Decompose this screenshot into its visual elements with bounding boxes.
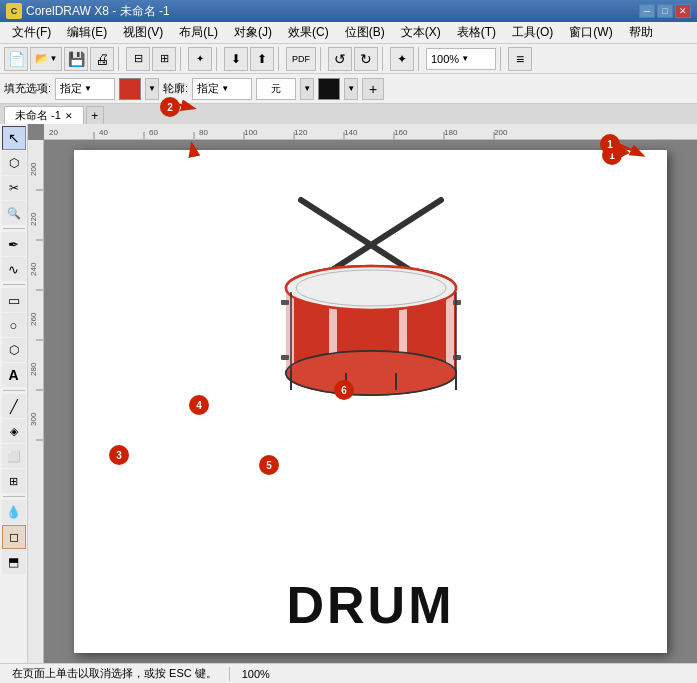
ellipse-tool-button[interactable]: ○ (2, 313, 26, 337)
ruler-horizontal: /* ticks drawn inline below */ 20 40 60 … (44, 124, 697, 140)
text-tool-button[interactable]: A (2, 363, 26, 387)
save-button[interactable]: 💾 (64, 47, 88, 71)
status-sep1 (229, 667, 230, 681)
fill-value: 指定 (60, 81, 82, 96)
polygon-tool-button[interactable]: ⬡ (2, 338, 26, 362)
fill-select[interactable]: 指定 ▼ (55, 78, 115, 100)
shape-edit-button[interactable]: ⬡ (2, 151, 26, 175)
interact-tool-button[interactable]: ⬜ (2, 444, 26, 468)
smart-fill-button[interactable]: ◈ (2, 419, 26, 443)
menu-file[interactable]: 文件(F) (4, 22, 59, 43)
canvas-area[interactable]: DRUM 1 3 4 5 6 (44, 140, 697, 663)
outline-select[interactable]: 指定 ▼ (192, 78, 252, 100)
line-tool-button[interactable]: ╱ (2, 394, 26, 418)
pen-tool-button[interactable]: ✒ (2, 232, 26, 256)
menu-object[interactable]: 对象(J) (226, 22, 280, 43)
ruler-h-ticks: /* ticks drawn inline below */ 20 40 60 … (44, 124, 697, 140)
annotation-3: 3 (109, 445, 129, 465)
export-button[interactable]: ⊞ (152, 47, 176, 71)
menu-effects[interactable]: 效果(C) (280, 22, 337, 43)
toolbar-sep8 (500, 47, 504, 71)
select-tool-button[interactable]: ↖ (2, 126, 26, 150)
svg-rect-0 (44, 124, 697, 140)
menu-table[interactable]: 表格(T) (449, 22, 504, 43)
svg-rect-50 (281, 300, 289, 305)
canvas-wrapper[interactable]: /* ticks drawn inline below */ 20 40 60 … (28, 124, 697, 663)
zoom-dropdown[interactable]: 100% ▼ (426, 48, 496, 70)
menu-bar: 文件(F) 编辑(E) 视图(V) 布局(L) 对象(J) 效果(C) 位图(B… (0, 22, 697, 44)
svg-text:40: 40 (99, 128, 108, 137)
svg-rect-52 (453, 300, 461, 305)
title-bar: C CorelDRAW X8 - 未命名 -1 ─ □ ✕ (0, 0, 697, 22)
svg-text:220: 220 (29, 212, 38, 226)
toolbar-sep1 (118, 47, 122, 71)
svg-rect-53 (453, 355, 461, 360)
menu-view[interactable]: 视图(V) (115, 22, 171, 43)
maximize-button[interactable]: □ (657, 4, 673, 18)
tool-sep1 (3, 228, 25, 229)
menu-edit[interactable]: 编辑(E) (59, 22, 115, 43)
menu-layout[interactable]: 布局(L) (171, 22, 226, 43)
new-doc-button[interactable]: 📄 (4, 47, 28, 71)
document-tab-active[interactable]: 未命名 -1 ✕ (4, 106, 84, 124)
zoom-tool-button[interactable]: 🔍 (2, 201, 26, 225)
tab-row: 未命名 -1 ✕ + (0, 104, 697, 124)
minimize-button[interactable]: ─ (639, 4, 655, 18)
redo-button[interactable]: ↻ (354, 47, 378, 71)
outline-input[interactable]: 元 (256, 78, 296, 100)
status-bar: 在页面上单击以取消选择，或按 ESC 键。 100% (0, 663, 697, 683)
open-dropdown[interactable]: 📂▼ (30, 47, 62, 71)
toolbar-sep5 (320, 47, 324, 71)
properties-bar: 填充选项: 指定 ▼ ▼ 轮廓: 指定 ▼ 元 ▼ ▼ + (0, 74, 697, 104)
tool-sep3 (3, 390, 25, 391)
fill-color-arrow[interactable]: ▼ (145, 78, 159, 100)
outline-unit-arrow[interactable]: ▼ (300, 78, 314, 100)
ruler-vertical: 200 220 240 260 280 300 (28, 140, 44, 663)
outline-arrow: ▼ (221, 84, 229, 93)
outline-value: 指定 (197, 81, 219, 96)
pattern-fill-button[interactable]: ⊞ (2, 469, 26, 493)
import-button[interactable]: ⊟ (126, 47, 150, 71)
pdf-button[interactable]: PDF (286, 47, 316, 71)
print-button[interactable]: 🖨 (90, 47, 114, 71)
import2-button[interactable]: ⬇ (224, 47, 248, 71)
special-button[interactable]: ✦ (390, 47, 414, 71)
menu-window[interactable]: 窗口(W) (561, 22, 620, 43)
fill-color-box[interactable] (119, 78, 141, 100)
toolbar-main: 📄 📂▼ 💾 🖨 ⊟ ⊞ ✦ ⬇ ⬆ PDF ↺ ↻ ✦ 100% ▼ ≡ (0, 44, 697, 74)
drum-illustration (261, 180, 481, 463)
undo-button[interactable]: ↺ (328, 47, 352, 71)
status-zoom: 100% (238, 668, 274, 680)
rect-tool-button[interactable]: ▭ (2, 288, 26, 312)
menu-text[interactable]: 文本(X) (393, 22, 449, 43)
menu-help[interactable]: 帮助 (621, 22, 661, 43)
menu-bitmap[interactable]: 位图(B) (337, 22, 393, 43)
svg-text:280: 280 (29, 362, 38, 376)
add-property-button[interactable]: + (362, 78, 384, 100)
publish-button[interactable]: ✦ (188, 47, 212, 71)
svg-text:260: 260 (29, 312, 38, 326)
svg-text:60: 60 (149, 128, 158, 137)
drum-label-text: DRUM (287, 575, 455, 635)
extra-button[interactable]: ≡ (508, 47, 532, 71)
export2-button[interactable]: ⬆ (250, 47, 274, 71)
svg-text:140: 140 (344, 128, 358, 137)
svg-text:100: 100 (244, 128, 258, 137)
outline-color-box[interactable] (318, 78, 340, 100)
fill-bucket-button[interactable]: ⬒ (2, 550, 26, 574)
outline-color-arrow[interactable]: ▼ (344, 78, 358, 100)
svg-text:180: 180 (444, 128, 458, 137)
crop-tool-button[interactable]: ✂ (2, 176, 26, 200)
eraser-button[interactable]: ◻ (2, 525, 26, 549)
menu-tools[interactable]: 工具(O) (504, 22, 561, 43)
tab-close-button[interactable]: ✕ (65, 111, 73, 121)
eyedropper-button[interactable]: 💧 (2, 500, 26, 524)
window-controls: ─ □ ✕ (639, 4, 691, 18)
curve-tool-button[interactable]: ∿ (2, 257, 26, 281)
toolbar-sep7 (418, 47, 422, 71)
new-tab-button[interactable]: + (86, 106, 104, 124)
svg-text:160: 160 (394, 128, 408, 137)
zoom-dropdown-arrow: ▼ (461, 54, 469, 63)
svg-text:200: 200 (494, 128, 508, 137)
close-button[interactable]: ✕ (675, 4, 691, 18)
